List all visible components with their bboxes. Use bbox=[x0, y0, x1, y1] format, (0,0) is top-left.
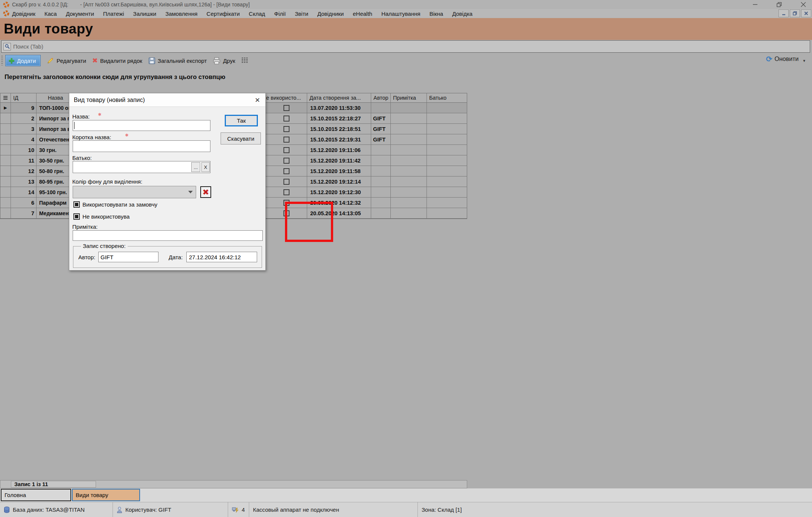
menu-item-5[interactable]: Замовлення bbox=[165, 11, 197, 17]
checkbox-unchecked-icon[interactable] bbox=[283, 158, 289, 164]
columns-button[interactable] bbox=[241, 57, 248, 64]
cell-created: 13.07.2020 11:53:30 bbox=[307, 103, 371, 113]
cell-parent bbox=[427, 145, 467, 155]
date-input[interactable]: 27.12.2024 16:42:12 bbox=[186, 252, 257, 262]
row-indicator bbox=[0, 134, 11, 145]
tab-product-types[interactable]: Види товару bbox=[72, 489, 140, 501]
cell-id: 14 bbox=[11, 187, 37, 198]
header-author[interactable]: Автор bbox=[371, 93, 391, 103]
mdi-minimize-icon[interactable] bbox=[778, 9, 789, 17]
cancel-button[interactable]: Скасувати bbox=[221, 132, 261, 144]
name-input[interactable] bbox=[73, 120, 210, 131]
use-by-default-checkbox[interactable]: Використовувати за замовчу bbox=[73, 201, 157, 208]
add-button[interactable]: ✚ Додати bbox=[5, 55, 41, 66]
highlight-color-select[interactable] bbox=[73, 186, 196, 198]
header-parent[interactable]: Батько bbox=[427, 93, 467, 103]
cell-created: 20.05.2020 14:13:05 bbox=[307, 208, 371, 219]
menu-item-6[interactable]: Сертифікати bbox=[207, 11, 240, 17]
cell-not-used bbox=[266, 166, 307, 176]
mdi-restore-icon[interactable] bbox=[790, 9, 800, 17]
header-id[interactable]: ІД bbox=[11, 93, 37, 103]
cell-parent bbox=[427, 176, 467, 187]
menu-item-10[interactable]: Довідники bbox=[317, 11, 344, 17]
checkbox-unchecked-icon[interactable] bbox=[283, 168, 289, 174]
menu-item-8[interactable]: Філії bbox=[274, 11, 286, 17]
mdi-close-icon[interactable] bbox=[801, 9, 811, 17]
record-created-legend: Запис створено: bbox=[81, 243, 128, 249]
menu-item-0[interactable]: Довідник bbox=[12, 11, 35, 17]
cell-not-used bbox=[266, 124, 307, 134]
note-input[interactable] bbox=[73, 230, 263, 241]
row-indicator bbox=[0, 155, 11, 166]
cell-id: 7 bbox=[11, 208, 37, 219]
edit-button[interactable]: Редагувати bbox=[47, 57, 86, 64]
menu-item-4[interactable]: Залишки bbox=[133, 11, 157, 17]
dialog-close-icon[interactable]: ✕ bbox=[255, 96, 260, 104]
current-row-indicator-icon: ▶ bbox=[0, 103, 11, 113]
name-label: Назва: bbox=[72, 113, 90, 120]
delete-row-button-label: Видалити рядок bbox=[100, 58, 142, 64]
statusbar-connections: 4 bbox=[228, 502, 249, 517]
cell-note bbox=[391, 103, 427, 113]
checkbox-unchecked-icon[interactable] bbox=[283, 200, 289, 206]
cell-created: 15.12.2020 19:11:06 bbox=[307, 145, 371, 155]
header-created[interactable]: Дата створення за... bbox=[307, 93, 371, 103]
parent-input[interactable] bbox=[73, 161, 210, 173]
tab-home[interactable]: Головна bbox=[1, 489, 71, 501]
chevron-down-icon[interactable]: ▾ bbox=[803, 58, 805, 63]
checkbox-unchecked-icon[interactable] bbox=[283, 147, 289, 153]
menu-item-2[interactable]: Документи bbox=[66, 11, 94, 17]
close-icon[interactable] bbox=[800, 1, 807, 8]
header-not-used[interactable]: е використо... bbox=[266, 93, 307, 103]
not-used-checkbox[interactable]: Не використовува bbox=[73, 213, 129, 220]
checkbox-unchecked-icon[interactable] bbox=[283, 116, 289, 122]
ok-button[interactable]: Так bbox=[225, 115, 258, 126]
header-indicator[interactable] bbox=[0, 93, 11, 103]
new-record-dialog: Вид товару (новий запис) ✕ Назва: ✱ Коро… bbox=[69, 93, 266, 271]
cell-created: 15.12.2020 19:11:42 bbox=[307, 155, 371, 166]
checkbox-unchecked-icon[interactable] bbox=[283, 137, 289, 143]
parent-clear-button[interactable]: X bbox=[201, 162, 210, 172]
print-button[interactable]: Друк bbox=[213, 57, 235, 64]
refresh-button[interactable]: ⟳ Оновити ▾ bbox=[766, 55, 805, 64]
header-note[interactable]: Примітка bbox=[391, 93, 427, 103]
checkbox-unchecked-icon[interactable] bbox=[283, 126, 289, 132]
cell-note bbox=[391, 166, 427, 176]
clear-color-button[interactable]: ✖ bbox=[200, 186, 211, 198]
menu-item-14[interactable]: Довідка bbox=[452, 11, 472, 17]
checkbox-unchecked-icon[interactable] bbox=[283, 105, 289, 111]
user-label: Користувач: GIFT bbox=[125, 506, 171, 513]
print-button-label: Друк bbox=[223, 58, 235, 64]
export-button[interactable]: Загальний експорт bbox=[148, 57, 207, 64]
parent-browse-button[interactable]: ... bbox=[191, 162, 200, 172]
cell-note bbox=[391, 124, 427, 134]
menu-item-9[interactable]: Звіти bbox=[295, 11, 308, 17]
search-input[interactable]: Поиск (Tab) bbox=[1, 40, 810, 53]
app-logo-icon bbox=[3, 2, 9, 8]
checkbox-unchecked-icon[interactable] bbox=[283, 179, 289, 185]
short-name-input[interactable] bbox=[73, 140, 210, 152]
red-x-icon: ✖ bbox=[203, 188, 209, 197]
menu-item-3[interactable]: Платежі bbox=[103, 11, 124, 17]
cell-id: 3 bbox=[11, 124, 37, 134]
menu-item-13[interactable]: Вікна bbox=[430, 11, 443, 17]
row-indicator bbox=[0, 145, 11, 155]
menu-bar: ДовідникКасаДокументиПлатежіЗалишкиЗамов… bbox=[0, 9, 812, 18]
zone-label: Зона: Склад [1] bbox=[422, 506, 462, 513]
checkbox-indeterminate-icon bbox=[73, 201, 80, 208]
menu-item-7[interactable]: Склад bbox=[249, 11, 265, 17]
checkbox-unchecked-icon[interactable] bbox=[283, 210, 289, 216]
restore-icon[interactable] bbox=[776, 1, 783, 8]
menu-item-1[interactable]: Каса bbox=[44, 11, 57, 17]
cell-not-used bbox=[266, 103, 307, 113]
cell-note bbox=[391, 155, 427, 166]
minimize-icon[interactable] bbox=[752, 1, 759, 8]
menu-item-12[interactable]: Налаштування bbox=[381, 11, 420, 17]
menu-item-11[interactable]: eHealth bbox=[353, 11, 372, 17]
highlight-color-label: Колір фону для виділення: bbox=[72, 178, 142, 185]
toolbar-drag-handle[interactable] bbox=[1, 56, 3, 65]
menu-logo-icon bbox=[3, 10, 9, 17]
checkbox-unchecked-icon[interactable] bbox=[283, 189, 289, 195]
author-input[interactable]: GIFT bbox=[98, 252, 158, 262]
delete-row-button[interactable]: ✖ Видалити рядок bbox=[92, 56, 142, 65]
